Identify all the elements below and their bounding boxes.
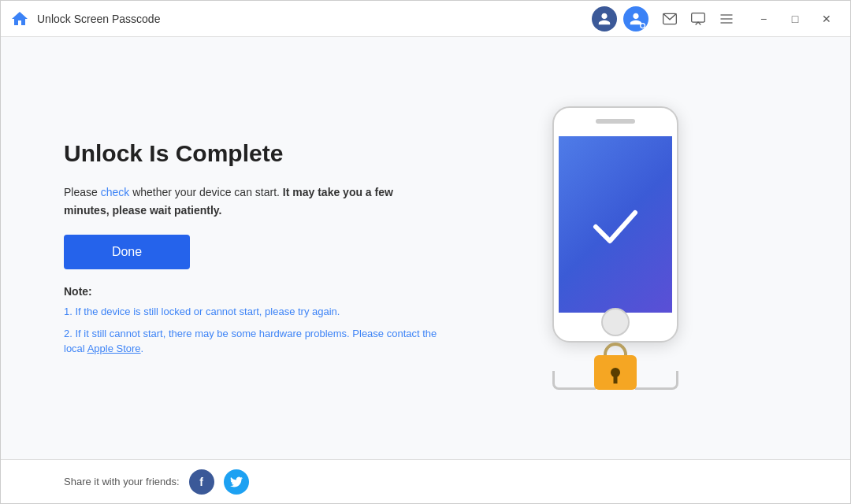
right-panel [505,106,726,390]
checkmark-icon [588,197,643,252]
done-button[interactable]: Done [64,235,190,269]
note2-link[interactable]: Apple Store [87,343,141,354]
bottom-bar: Share it with your friends: f [1,459,850,503]
chat-icon[interactable] [689,10,707,28]
note-section: Note: 1. If the device is still locked o… [64,285,458,357]
user-account-icon[interactable] [592,6,617,32]
title-bar: Unlock Screen Passcode [1,1,850,37]
lock-keyhole-stem [614,376,618,384]
lock-illustration [552,343,678,390]
main-heading: Unlock Is Complete [64,139,458,168]
note-item-2: 2. If it still cannot start, there may b… [64,326,458,357]
left-panel: Unlock Is Complete Please check whether … [64,139,458,356]
share-text: Share it with your friends: [64,476,180,487]
content-area: Unlock Is Complete Please check whether … [1,37,850,459]
wire-decoration [552,343,678,390]
note-item-1: 1. If the device is still locked or cann… [64,304,458,320]
close-button[interactable]: ✕ [812,5,841,33]
window-title: Unlock Screen Passcode [37,13,160,25]
subtitle-text: Please check whether your device can sta… [64,183,395,219]
note-title: Note: [64,285,458,298]
search-account-icon[interactable] [623,6,648,32]
note2-suffix: . [141,343,144,354]
wire-right [635,371,678,390]
toolbar-icons [661,10,735,28]
maximize-button[interactable]: □ [781,5,809,33]
subtitle-part1: Please [64,186,101,198]
twitter-share-button[interactable] [224,469,249,495]
wire-left [552,371,596,390]
home-icon[interactable] [10,9,29,28]
phone-screen [559,136,672,313]
header-right: − □ ✕ [592,5,841,33]
title-bar-left: Unlock Screen Passcode [10,9,160,28]
phone-speaker [596,119,635,124]
svg-point-0 [641,23,645,28]
phone-illustration [552,106,678,343]
subtitle-part2: whether your device can start. [129,186,283,198]
main-content: Unlock Is Complete Please check whether … [1,37,850,459]
facebook-share-button[interactable]: f [189,469,214,495]
minimize-button[interactable]: − [749,5,778,33]
subtitle-check: check [101,186,130,198]
mail-icon[interactable] [661,10,678,28]
menu-icon[interactable] [718,10,735,28]
window-controls: − □ ✕ [749,5,841,33]
twitter-bird-icon [230,476,243,487]
svg-rect-3 [692,13,705,22]
lock-keyhole [611,368,620,377]
svg-line-1 [645,27,647,29]
phone-home-button [601,308,630,336]
lock-body [594,355,637,390]
